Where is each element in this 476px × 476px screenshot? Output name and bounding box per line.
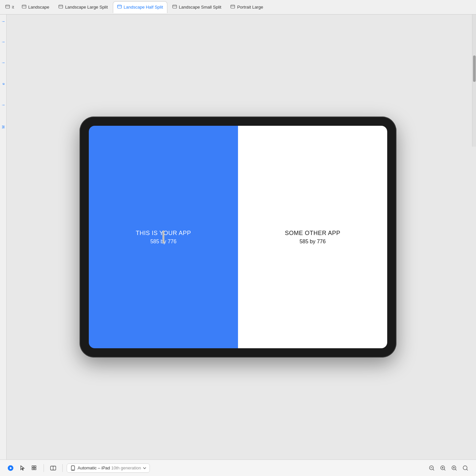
svg-rect-2: [22, 5, 26, 8]
svg-rect-17: [34, 468, 36, 470]
ipad-screen: THIS IS YOUR APP 585 by 776 SOME OTHER A…: [89, 126, 387, 348]
layout-button[interactable]: [48, 463, 58, 473]
zoom-group: [426, 463, 471, 473]
tab-landscape-half-split-label: Landscape Half Split: [124, 5, 163, 10]
toolbar-left-group: [5, 463, 40, 473]
left-sidebar: i i i e i M: [0, 15, 7, 459]
zoom-fill-button[interactable]: [460, 463, 471, 473]
tab-landscape-label: Landscape: [28, 5, 50, 10]
right-scrollbar[interactable]: [472, 15, 476, 147]
sidebar-item-2[interactable]: i: [1, 42, 5, 42]
svg-rect-6: [118, 5, 121, 8]
app-panel-left: THIS IS YOUR APP 585 by 776: [89, 126, 238, 348]
svg-rect-8: [173, 5, 177, 8]
toolbar-separator-2: [62, 464, 63, 472]
toolbar-separator-1: [44, 464, 44, 472]
tab-landscape-large-split-icon: [58, 4, 63, 10]
tab-landscape-small-split-icon: [172, 4, 177, 10]
tab-partial-icon: [5, 4, 10, 10]
grid-button[interactable]: [29, 463, 40, 473]
tab-portrait-large-label: Portrait Large: [237, 5, 263, 10]
tab-landscape-large-split[interactable]: Landscape Large Split: [54, 1, 112, 13]
svg-line-26: [444, 469, 446, 470]
svg-rect-10: [231, 5, 235, 8]
tab-partial-label: it: [12, 5, 14, 10]
sidebar-item-4[interactable]: e: [1, 83, 5, 85]
tab-landscape-small-split[interactable]: Landscape Small Split: [168, 1, 226, 13]
svg-rect-15: [34, 466, 36, 467]
tab-portrait-large-icon: [230, 4, 235, 10]
sidebar-item-5[interactable]: i: [1, 105, 5, 105]
tab-landscape-half-split[interactable]: Landscape Half Split: [113, 1, 167, 13]
bottom-toolbar: Automatic – iPad 10th generation: [0, 459, 476, 476]
svg-rect-14: [32, 466, 34, 467]
split-divider[interactable]: [162, 230, 164, 244]
tab-portrait-large[interactable]: Portrait Large: [226, 1, 267, 13]
tab-landscape-large-split-label: Landscape Large Split: [65, 5, 108, 10]
tab-landscape[interactable]: Landscape: [17, 1, 54, 13]
tab-landscape-half-split-icon: [117, 4, 122, 10]
ipad-frame: THIS IS YOUR APP 585 by 776 SOME OTHER A…: [80, 117, 396, 357]
tab-partial-left[interactable]: it: [3, 3, 17, 12]
cursor-button[interactable]: [17, 463, 28, 473]
right-app-label: SOME OTHER APP 585 by 776: [285, 229, 340, 246]
play-button[interactable]: [5, 463, 16, 473]
svg-rect-16: [32, 468, 34, 470]
device-generation: 10th generation: [111, 465, 141, 470]
chevron-down-icon: [143, 467, 146, 469]
right-app-size: 585 by 776: [285, 238, 340, 246]
svg-line-34: [467, 469, 468, 470]
device-selector-text: Automatic – iPad 10th generation: [78, 465, 141, 470]
sidebar-item-1[interactable]: i: [1, 21, 5, 22]
tab-landscape-icon: [22, 4, 26, 10]
main-content: THIS IS YOUR APP 585 by 776 SOME OTHER A…: [7, 15, 469, 459]
zoom-out-button[interactable]: [426, 463, 437, 473]
tab-bar: it Landscape Landscape Large Split: [0, 0, 476, 15]
sidebar-item-3[interactable]: i: [1, 62, 5, 63]
svg-point-33: [463, 466, 467, 470]
sidebar-item-6[interactable]: M: [1, 125, 5, 128]
svg-rect-4: [59, 5, 63, 8]
scrollbar-thumb: [473, 55, 476, 82]
device-name: Automatic – iPad: [78, 465, 110, 470]
device-selector[interactable]: Automatic – iPad 10th generation: [67, 463, 150, 473]
zoom-in-button[interactable]: [449, 463, 459, 473]
zoom-fit-button[interactable]: [438, 463, 448, 473]
svg-line-23: [433, 469, 434, 470]
app-panel-right: SOME OTHER APP 585 by 776: [238, 126, 387, 348]
right-app-title: SOME OTHER APP: [285, 229, 340, 238]
tab-landscape-small-split-label: Landscape Small Split: [179, 5, 221, 10]
svg-rect-0: [6, 5, 10, 8]
svg-line-30: [456, 469, 457, 470]
